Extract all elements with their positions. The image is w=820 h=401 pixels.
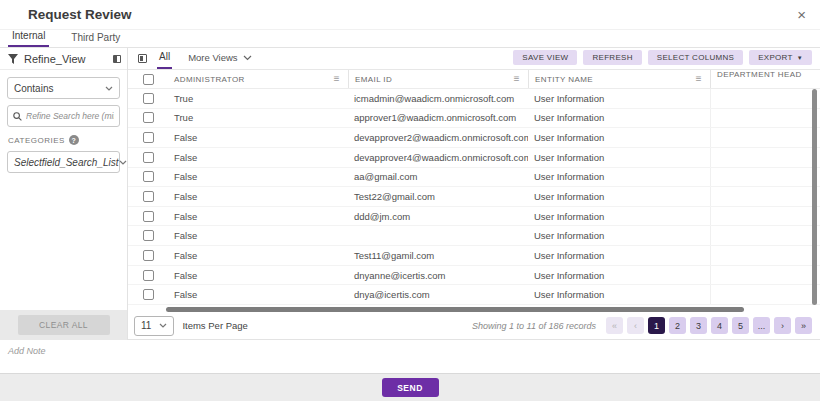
column-menu-icon[interactable]: ≡ [514,74,522,84]
collapse-panel-icon[interactable] [138,54,147,63]
cell-email-id: dnya@icertis.com [348,289,528,300]
categories-label-row: CATEGORIES ? [8,135,120,145]
cell-entity-name: User Information [528,171,710,182]
cell-email-id: aa@gmail.com [348,171,528,182]
first-page-button[interactable]: « [606,317,623,334]
clear-all-button[interactable]: CLEAR ALL [18,315,110,335]
refresh-button[interactable]: REFRESH [583,50,641,65]
row-checkbox-cell [128,132,168,143]
select-all-checkbox[interactable] [143,74,154,85]
next-page-button[interactable]: › [774,317,791,334]
tab-all-view[interactable]: All [157,51,172,69]
cell-email-id: devapprover4@waadicm.onmicrosoft.com [348,152,528,163]
chevron-down-icon [243,55,252,61]
select-columns-button[interactable]: SELECT COLUMNS [648,50,743,65]
prev-page-button[interactable]: ‹ [627,317,644,334]
operator-select[interactable]: Contains [7,77,120,99]
table-row: FalseTest22@gmail.comUser Information [128,187,820,207]
collapse-sidebar-icon[interactable] [113,55,121,63]
table-row: Falsedevapprover4@waadicm.onmicrosoft.co… [128,148,820,168]
top-tab-bar: Internal Third Party [0,30,820,48]
sidebar-footer: CLEAR ALL [0,310,127,340]
cell-administrator: False [168,211,348,222]
sidebar-header: Refine_View [0,48,127,70]
row-checkbox[interactable] [143,132,154,143]
horizontal-scrollbar[interactable] [166,307,744,312]
column-header-entity-name[interactable]: ENTITY NAME ≡ [528,70,710,88]
cell-email-id: Test11@gamil.com [348,250,528,261]
row-checkbox[interactable] [143,152,154,163]
table-row: Falsednya@icertis.comUser Information [128,285,820,305]
dialog-footer: SEND [0,373,820,401]
cell-email-id: ddd@jm.com [348,211,528,222]
chevron-down-icon [105,86,113,91]
pagination-bar: 11 Items Per Page Showing 1 to 11 of 186… [128,312,820,340]
cell-department-head [710,148,820,167]
refine-search-input[interactable] [26,111,114,121]
save-view-button[interactable]: SAVE VIEW [513,50,577,65]
table-row: Trueicmadmin@waadicm.onmicrosoft.comUser… [128,89,820,109]
category-select[interactable]: Selectfield_Search_List [7,151,120,173]
more-views-dropdown[interactable]: More Views [188,52,251,69]
grid-area: All More Views SAVE VIEW REFRESH SELECT … [128,48,820,340]
chevron-down-icon [159,323,167,328]
refine-search-box [7,105,120,127]
row-checkbox[interactable] [143,250,154,261]
items-per-page-label: Items Per Page [182,320,247,331]
add-note-label: Add Note [8,346,46,356]
row-checkbox-cell [128,289,168,300]
row-checkbox[interactable] [143,270,154,281]
row-checkbox-cell [128,93,168,104]
column-header-administrator[interactable]: ADMINISTRATOR ≡ [168,74,348,84]
sidebar-title: Refine_View [24,53,86,65]
table-row: FalseTest11@gamil.comUser Information [128,246,820,266]
row-checkbox[interactable] [143,211,154,222]
cell-administrator: False [168,152,348,163]
table-body: Trueicmadmin@waadicm.onmicrosoft.comUser… [128,89,820,305]
table-row: Falsedevapprover2@waadicm.onmicrosoft.co… [128,128,820,148]
column-menu-icon[interactable]: ≡ [696,74,704,84]
send-button[interactable]: SEND [382,378,439,397]
refine-sidebar: Refine_View Contains CATEGORIES ? S [0,48,128,340]
page-button-3[interactable]: 3 [690,317,707,334]
column-header-email-id[interactable]: EMAIL ID ≡ [348,70,528,88]
cell-email-id: approver1@waadicm.onmicrosoft.com [348,112,528,123]
column-menu-icon[interactable]: ≡ [334,74,342,84]
page-button-1[interactable]: 1 [648,317,665,334]
row-checkbox[interactable] [143,93,154,104]
tab-third-party[interactable]: Third Party [67,32,124,47]
note-area: Add Note [0,340,820,373]
row-checkbox-cell [128,112,168,123]
cell-administrator: False [168,132,348,143]
cell-department-head [710,89,820,108]
export-button[interactable]: EXPORT ▼ [749,50,812,65]
page-button-2[interactable]: 2 [669,317,686,334]
row-checkbox[interactable] [143,112,154,123]
cell-entity-name: User Information [528,191,710,202]
cell-entity-name: User Information [528,270,710,281]
page-button-4[interactable]: 4 [711,317,728,334]
caret-down-icon: ▼ [797,55,803,61]
page-button-5[interactable]: 5 [732,317,749,334]
cell-administrator: False [168,171,348,182]
cell-department-head [710,226,820,245]
close-icon[interactable]: × [797,7,806,22]
sidebar-body: Contains CATEGORIES ? Selectfield_Search… [0,70,127,186]
items-per-page-select[interactable]: 11 [134,316,174,336]
row-checkbox[interactable] [143,289,154,300]
vertical-scrollbar[interactable] [812,89,817,305]
operator-value: Contains [14,83,53,94]
page-ellipsis-button[interactable]: ... [753,317,770,334]
tab-internal[interactable]: Internal [8,30,49,47]
dialog-header: Request Review × [0,0,820,30]
help-icon[interactable]: ? [69,135,79,145]
column-header-department-head[interactable]: DEPARTMENT HEAD [710,70,820,88]
filter-icon [8,54,18,64]
cell-administrator: False [168,250,348,261]
row-checkbox[interactable] [143,191,154,202]
row-checkbox[interactable] [143,171,154,182]
grid-action-buttons: SAVE VIEW REFRESH SELECT COLUMNS EXPORT … [513,50,812,69]
cell-email-id: Test22@gmail.com [348,191,528,202]
row-checkbox[interactable] [143,230,154,241]
last-page-button[interactable]: » [795,317,812,334]
